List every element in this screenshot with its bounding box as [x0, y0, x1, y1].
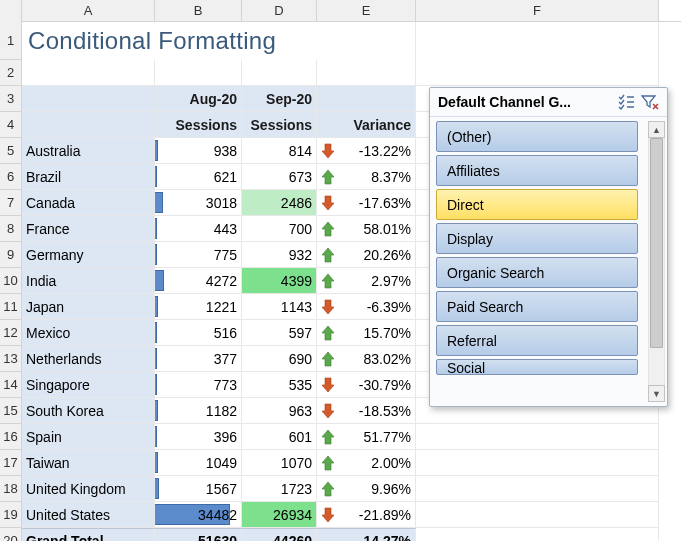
header-variance[interactable]: Variance [317, 112, 416, 138]
slicer-item[interactable]: Referral [436, 325, 638, 356]
header-sep-sessions[interactable]: Sessions [242, 112, 317, 138]
sessions-aug-cell[interactable]: 377 [155, 346, 242, 372]
sessions-sep-cell[interactable]: 4399 [242, 268, 317, 294]
country-cell[interactable]: Canada [22, 190, 155, 216]
sessions-sep-cell[interactable]: 601 [242, 424, 317, 450]
variance-cell[interactable]: -18.53% [317, 398, 416, 424]
sessions-sep-cell[interactable]: 1723 [242, 476, 317, 502]
row-header[interactable]: 5 [0, 138, 22, 164]
country-cell[interactable]: Australia [22, 138, 155, 164]
country-cell[interactable]: Mexico [22, 320, 155, 346]
country-cell[interactable]: France [22, 216, 155, 242]
variance-cell[interactable]: 15.70% [317, 320, 416, 346]
row-header[interactable]: 14 [0, 372, 22, 398]
country-cell[interactable]: Netherlands [22, 346, 155, 372]
sessions-aug-cell[interactable]: 396 [155, 424, 242, 450]
grand-total-var[interactable]: -14.27% [317, 528, 416, 541]
row-header[interactable]: 18 [0, 476, 22, 502]
row-header[interactable]: 19 [0, 502, 22, 528]
sessions-aug-cell[interactable]: 773 [155, 372, 242, 398]
empty-cell[interactable] [416, 424, 659, 450]
row-header[interactable]: 1 [0, 22, 22, 60]
country-cell[interactable]: Spain [22, 424, 155, 450]
sessions-aug-cell[interactable]: 1049 [155, 450, 242, 476]
empty-cell[interactable] [22, 60, 155, 86]
sessions-sep-cell[interactable]: 26934 [242, 502, 317, 528]
row-header[interactable]: 16 [0, 424, 22, 450]
variance-cell[interactable]: -17.63% [317, 190, 416, 216]
row-header[interactable]: 20 [0, 528, 22, 541]
variance-cell[interactable]: 9.96% [317, 476, 416, 502]
slicer-item[interactable]: Display [436, 223, 638, 254]
variance-cell[interactable]: 58.01% [317, 216, 416, 242]
grand-total-label[interactable]: Grand Total [22, 528, 155, 541]
row-header[interactable]: 17 [0, 450, 22, 476]
sessions-aug-cell[interactable]: 938 [155, 138, 242, 164]
empty-cell[interactable] [155, 60, 242, 86]
variance-cell[interactable]: 20.26% [317, 242, 416, 268]
sessions-sep-cell[interactable]: 1070 [242, 450, 317, 476]
header-blank[interactable] [317, 86, 416, 112]
variance-cell[interactable]: 2.00% [317, 450, 416, 476]
sessions-sep-cell[interactable]: 690 [242, 346, 317, 372]
sessions-sep-cell[interactable]: 963 [242, 398, 317, 424]
slicer-item[interactable]: (Other) [436, 121, 638, 152]
slicer-scrollbar[interactable]: ▲ ▼ [648, 121, 665, 402]
scroll-up-button[interactable]: ▲ [648, 121, 665, 138]
sessions-aug-cell[interactable]: 1567 [155, 476, 242, 502]
empty-cell[interactable] [416, 60, 659, 86]
header-sep-month[interactable]: Sep-20 [242, 86, 317, 112]
sessions-sep-cell[interactable]: 673 [242, 164, 317, 190]
variance-cell[interactable]: 83.02% [317, 346, 416, 372]
col-header-b[interactable]: B [155, 0, 242, 21]
sessions-sep-cell[interactable]: 700 [242, 216, 317, 242]
col-header-f[interactable]: F [416, 0, 659, 21]
empty-cell[interactable] [416, 528, 659, 541]
col-header-d[interactable]: D [242, 0, 317, 21]
col-header-a[interactable]: A [22, 0, 155, 21]
empty-cell[interactable] [416, 502, 659, 528]
country-cell[interactable]: Singapore [22, 372, 155, 398]
slicer-item[interactable]: Affiliates [436, 155, 638, 186]
country-cell[interactable]: Japan [22, 294, 155, 320]
row-header[interactable]: 11 [0, 294, 22, 320]
country-cell[interactable]: United Kingdom [22, 476, 155, 502]
variance-cell[interactable]: -30.79% [317, 372, 416, 398]
country-cell[interactable]: United States [22, 502, 155, 528]
row-header[interactable]: 2 [0, 60, 22, 86]
row-header[interactable]: 15 [0, 398, 22, 424]
country-cell[interactable]: Brazil [22, 164, 155, 190]
country-cell[interactable]: South Korea [22, 398, 155, 424]
empty-cell[interactable] [242, 60, 317, 86]
header-blank[interactable] [22, 86, 155, 112]
sessions-sep-cell[interactable]: 2486 [242, 190, 317, 216]
sessions-aug-cell[interactable]: 443 [155, 216, 242, 242]
row-header[interactable]: 9 [0, 242, 22, 268]
scroll-thumb[interactable] [650, 138, 663, 348]
variance-cell[interactable]: -6.39% [317, 294, 416, 320]
scroll-track[interactable] [648, 138, 665, 385]
row-header[interactable]: 6 [0, 164, 22, 190]
row-header[interactable]: 4 [0, 112, 22, 138]
sessions-aug-cell[interactable]: 1221 [155, 294, 242, 320]
row-header[interactable]: 8 [0, 216, 22, 242]
sessions-sep-cell[interactable]: 597 [242, 320, 317, 346]
row-header[interactable]: 12 [0, 320, 22, 346]
sessions-aug-cell[interactable]: 34482 [155, 502, 242, 528]
row-header[interactable]: 13 [0, 346, 22, 372]
sessions-aug-cell[interactable]: 3018 [155, 190, 242, 216]
empty-cell[interactable] [416, 22, 659, 60]
empty-cell[interactable] [416, 476, 659, 502]
sessions-sep-cell[interactable]: 1143 [242, 294, 317, 320]
sessions-sep-cell[interactable]: 814 [242, 138, 317, 164]
sessions-sep-cell[interactable]: 932 [242, 242, 317, 268]
slicer-item[interactable]: Direct [436, 189, 638, 220]
sessions-aug-cell[interactable]: 516 [155, 320, 242, 346]
slicer-item[interactable]: Organic Search [436, 257, 638, 288]
variance-cell[interactable]: -13.22% [317, 138, 416, 164]
row-header[interactable]: 7 [0, 190, 22, 216]
row-header[interactable]: 10 [0, 268, 22, 294]
variance-cell[interactable]: 8.37% [317, 164, 416, 190]
header-aug-sessions[interactable]: Sessions [155, 112, 242, 138]
sessions-aug-cell[interactable]: 621 [155, 164, 242, 190]
